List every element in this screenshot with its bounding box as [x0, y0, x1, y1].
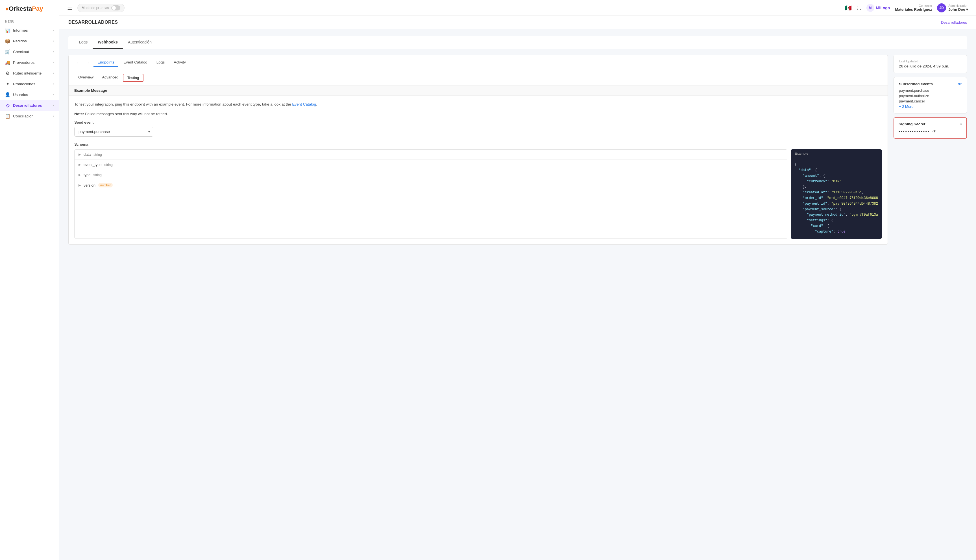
content: DESARROLLADORES Desarrolladores Logs Web… [59, 16, 976, 560]
user-info[interactable]: JD Administrador John Doe ▾ [937, 3, 968, 12]
ep-tab-logs[interactable]: Logs [152, 58, 169, 67]
last-updated-value: 26 de julio de 2024, 4:39 p.m. [899, 64, 962, 68]
endpoint-tabs: Endpoints Event Catalog Logs Activity [93, 58, 882, 67]
signing-secret-title: Signing Secret [899, 122, 926, 126]
hamburger-icon[interactable]: ☰ [67, 5, 72, 11]
mi-logo: M MiLogo [866, 4, 890, 12]
sidebar-item-conciliacion[interactable]: 📋 Conciliación › [0, 111, 59, 122]
modo-pruebas-toggle[interactable] [111, 5, 120, 10]
back-arrow-icon[interactable]: ← [74, 60, 82, 65]
chevron-right-icon: › [53, 103, 54, 107]
subscribed-events-title: Subscribed events [899, 82, 933, 86]
tab-autenticacion[interactable]: Autenticación [123, 36, 157, 49]
modo-pruebas: Modo de pruebas [77, 4, 125, 12]
event-select[interactable]: payment.purchase payment.authorize payme… [74, 127, 153, 137]
topbar-left: ☰ Modo de pruebas [67, 4, 125, 12]
example-message-body: To test your integration, ping this endp… [68, 96, 888, 245]
ep-tab-activity[interactable]: Activity [170, 58, 190, 67]
conciliacion-icon: 📋 [5, 113, 10, 118]
expand-icon[interactable]: ▶ [78, 183, 81, 187]
schema-rows: ▶ data string ▶ event_type string [75, 150, 787, 190]
signing-chevron-icon[interactable]: ▾ [960, 122, 962, 126]
expand-icon[interactable]: ▶ [78, 163, 81, 167]
content-inner: Logs Webhooks Autenticación ← → Endpoint… [59, 29, 976, 252]
sidebar: ●OrkestaPay MENÚ 📊 Informes › 📦 Pedidos … [0, 0, 59, 560]
proveedores-icon: 🚚 [5, 60, 10, 65]
right-panel: Last Updated 26 de julio de 2024, 4:39 p… [894, 55, 967, 245]
user-chevron-icon: ▾ [966, 7, 968, 12]
edit-button[interactable]: Edit [955, 82, 962, 86]
schema-type-number: number [98, 183, 113, 187]
page-title: DESARROLLADORES [68, 20, 118, 25]
sidebar-item-promociones[interactable]: ✦ Promociones › [0, 78, 59, 89]
schema-row-type: ▶ type string [75, 170, 787, 180]
sidebar-item-desarrolladores[interactable]: ◇ Desarrolladores › [0, 100, 59, 111]
comercio-label: Comercio [895, 4, 932, 7]
tab-logs[interactable]: Logs [74, 36, 93, 49]
chevron-right-icon: › [53, 60, 54, 64]
topbar-right: 🇲🇽 ⛶ M MiLogo Comercio Materiales Rodríg… [845, 3, 968, 12]
logo-pay: Pay [32, 5, 43, 12]
sidebar-item-proveedores[interactable]: 🚚 Proveedores › [0, 57, 59, 68]
sub-tab-testing[interactable]: Testing [123, 74, 143, 82]
example-description: To test your integration, ping this endp… [74, 101, 882, 108]
chevron-right-icon: › [53, 28, 54, 32]
eye-icon[interactable]: 👁 [932, 129, 937, 134]
mi-logo-circle: M [866, 4, 874, 12]
sidebar-item-label: Informes [13, 28, 28, 32]
sidebar-item-ruteo[interactable]: ⚙ Ruteo inteligente › [0, 68, 59, 78]
tab-webhooks[interactable]: Webhooks [93, 36, 123, 49]
sidebar-item-label: Desarrolladores [13, 103, 42, 108]
flag-icon: 🇲🇽 [845, 5, 852, 11]
sidebar-item-label: Proveedores [13, 60, 35, 65]
user-avatar: JD [937, 3, 946, 12]
event-item-authorize: payment.authorize [899, 94, 962, 98]
sidebar-item-label: Ruteo inteligente [13, 71, 42, 75]
signing-secret-row: •••••••••••••• 👁 [899, 129, 962, 134]
chevron-right-icon: › [53, 50, 54, 53]
signing-secret-card: Signing Secret ▾ •••••••••••••• 👁 [894, 117, 967, 138]
topbar: ☰ Modo de pruebas 🇲🇽 ⛶ M MiLogo Comercio… [59, 0, 976, 16]
secret-dots: •••••••••••••• [899, 129, 930, 134]
user-role: Administrador [948, 4, 968, 7]
sub-tab-overview[interactable]: Overview [74, 74, 97, 82]
sidebar-item-label: Promociones [13, 82, 35, 86]
schema-box: ▶ data string ▶ event_type string [74, 149, 787, 238]
chevron-right-icon: › [53, 93, 54, 97]
chevron-right-icon: › [53, 39, 54, 43]
fullscreen-icon[interactable]: ⛶ [857, 5, 861, 10]
sidebar-item-label: Conciliación [13, 114, 33, 118]
expand-icon[interactable]: ▶ [78, 153, 81, 157]
sidebar-item-informes[interactable]: 📊 Informes › [0, 25, 59, 35]
subscribed-events-card: Subscribed events Edit payment.purchase … [894, 77, 967, 113]
ep-tab-endpoints[interactable]: Endpoints [93, 58, 118, 67]
sidebar-item-pedidos[interactable]: 📦 Pedidos › [0, 35, 59, 46]
sidebar-item-checkout[interactable]: 🛒 Checkout › [0, 46, 59, 57]
expand-icon[interactable]: ▶ [78, 173, 81, 177]
informes-icon: 📊 [5, 28, 10, 33]
event-catalog-link[interactable]: Event Catalog [292, 102, 316, 107]
forward-arrow-icon[interactable]: → [84, 60, 91, 65]
main-content-area: ← → Endpoints Event Catalog Logs Activit… [68, 55, 967, 245]
sub-tab-advanced[interactable]: Advanced [98, 74, 122, 82]
chevron-right-icon: › [53, 82, 54, 86]
ruteo-icon: ⚙ [5, 70, 10, 76]
sub-tabs: Overview Advanced Testing [68, 70, 888, 85]
chevron-right-icon: › [53, 114, 54, 118]
endpoint-nav: ← → Endpoints Event Catalog Logs Activit… [68, 55, 888, 70]
comercio-name: Materiales Rodríguez [895, 7, 932, 12]
logo-orkesta: Orkesta [9, 5, 32, 12]
sidebar-item-usuarios[interactable]: 👤 Usuarios › [0, 89, 59, 100]
schema-row-version: ▶ version number [75, 180, 787, 190]
sidebar-item-label: Usuarios [13, 93, 28, 97]
mi-logo-label: MiLogo [876, 6, 890, 10]
schema-label: Schema [74, 142, 882, 147]
pedidos-icon: 📦 [5, 38, 10, 43]
menu-label: MENÚ [0, 16, 59, 25]
schema-type: string [93, 153, 102, 157]
sidebar-item-label: Checkout [13, 50, 29, 54]
ep-tab-event-catalog[interactable]: Event Catalog [120, 58, 151, 67]
more-events-link[interactable]: + 2 More [899, 105, 962, 109]
event-item-purchase: payment.purchase [899, 88, 962, 93]
note-text: Note: Failed messages sent this way will… [74, 111, 882, 117]
